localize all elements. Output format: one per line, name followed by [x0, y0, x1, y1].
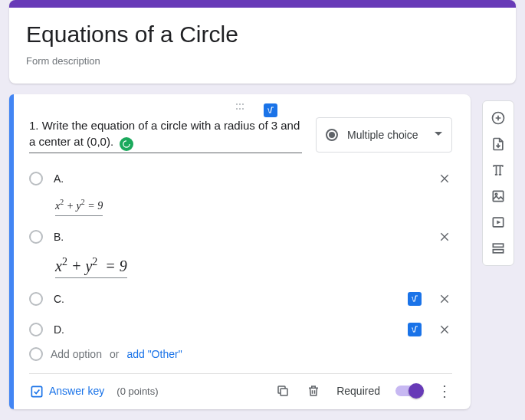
add-option-row: Add option or add "Other"	[29, 347, 452, 361]
add-option-or-label: or	[110, 348, 119, 360]
question-text: 1. Write the equation of a circle with a…	[29, 119, 300, 148]
remove-option-c-button[interactable]	[437, 291, 452, 307]
question-type-label: Multiple choice	[347, 129, 418, 141]
form-header-card: Equations of a Circle Form description	[9, 0, 516, 84]
option-row-c: C.	[29, 286, 452, 312]
drag-handle-icon[interactable]: ⋯⋯	[235, 102, 247, 111]
svg-point-4	[495, 193, 497, 195]
form-description[interactable]: Form description	[26, 55, 499, 67]
add-section-button[interactable]	[484, 236, 512, 261]
required-label: Required	[336, 385, 380, 397]
import-questions-button[interactable]	[484, 132, 512, 156]
add-question-button[interactable]	[484, 106, 512, 130]
quiz-green-badge-icon[interactable]	[120, 137, 133, 151]
drag-handle-row: ⋯⋯	[29, 102, 452, 117]
question-text-input[interactable]: 1. Write the equation of a circle with a…	[29, 117, 302, 153]
radio-icon	[29, 323, 43, 336]
required-toggle[interactable]	[395, 386, 422, 396]
remove-option-d-button[interactable]	[437, 322, 452, 337]
equation-badge-icon[interactable]	[408, 292, 422, 306]
remove-option-a-button[interactable]	[437, 171, 452, 186]
add-title-button[interactable]	[484, 158, 512, 182]
add-video-button[interactable]	[484, 210, 512, 235]
remove-option-b-button[interactable]	[437, 229, 452, 244]
points-label: (0 points)	[116, 386, 158, 397]
option-label-d[interactable]: D.	[54, 323, 64, 336]
toggle-knob	[409, 383, 424, 399]
svg-rect-6	[493, 244, 503, 247]
radio-icon	[29, 230, 43, 244]
option-b-equation-image[interactable]: x2 + y2 = 9	[55, 256, 127, 279]
option-row-d: D.	[29, 317, 452, 343]
add-option-button[interactable]: Add option	[51, 348, 102, 360]
delete-button[interactable]	[306, 383, 321, 399]
option-label-c[interactable]: C.	[54, 293, 64, 305]
svg-rect-1	[281, 389, 287, 395]
option-row-b: B.	[29, 224, 452, 250]
radio-icon	[29, 172, 43, 185]
add-other-button[interactable]: add "Other"	[126, 348, 182, 360]
radio-icon	[29, 292, 43, 306]
equation-badge-icon[interactable]	[264, 103, 277, 117]
answer-key-button[interactable]: Answer key	[29, 384, 104, 398]
option-a-equation-image[interactable]: x2 + y2 = 9	[55, 198, 103, 216]
equation-badge-icon[interactable]	[408, 323, 422, 336]
option-row-a: A.	[29, 166, 452, 192]
question-type-dropdown[interactable]: Multiple choice	[316, 117, 452, 153]
radio-icon	[29, 347, 43, 361]
question-card: ⋯⋯ 1. Write the equation of a circle wit…	[9, 94, 471, 409]
option-label-b[interactable]: B.	[54, 231, 64, 243]
answer-key-label: Answer key	[49, 385, 104, 397]
multiple-choice-icon	[326, 129, 338, 141]
chevron-down-icon	[435, 132, 442, 139]
option-label-a[interactable]: A.	[54, 172, 64, 185]
active-indicator-bar	[9, 94, 14, 409]
duplicate-button[interactable]	[275, 383, 290, 399]
svg-rect-3	[493, 191, 503, 201]
svg-rect-7	[493, 250, 503, 253]
form-title[interactable]: Equations of a Circle	[26, 21, 499, 48]
answer-key-icon	[29, 384, 43, 398]
question-footer: Answer key (0 points) Required ⋮	[29, 373, 452, 409]
svg-rect-0	[31, 387, 41, 397]
add-image-button[interactable]	[484, 184, 512, 208]
floating-toolbar	[482, 100, 514, 266]
